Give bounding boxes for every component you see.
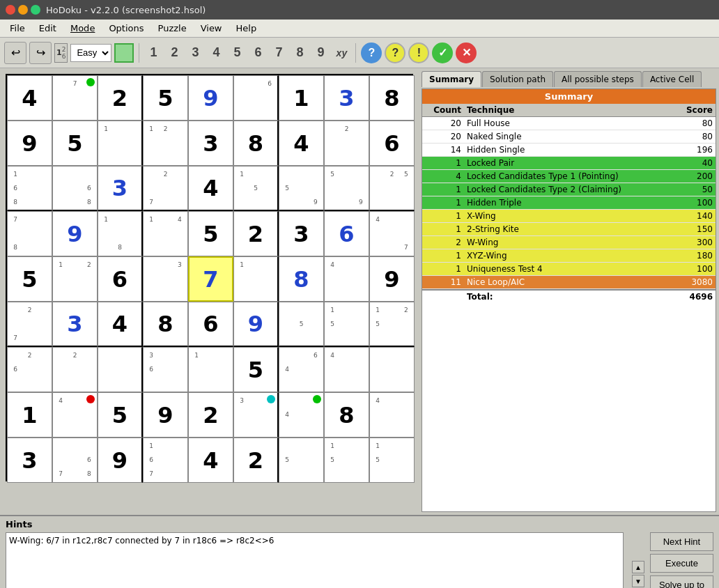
cell-r6c6[interactable]: 64	[279, 347, 324, 392]
undo-button[interactable]: ↩	[4, 42, 26, 64]
digit-1-button[interactable]: 1	[144, 42, 162, 64]
digit-9-button[interactable]: 9	[311, 42, 330, 64]
summary-row-10[interactable]: 1XYZ-Wing180	[422, 249, 716, 263]
cell-r7c8[interactable]: 4	[369, 392, 415, 438]
cell-r7c5[interactable]: 3	[233, 392, 279, 438]
cell-r4c2[interactable]: 6	[98, 256, 143, 302]
cell-r2c6[interactable]: 59	[279, 166, 324, 211]
summary-row-4[interactable]: 4Locked Candidates Type 1 (Pointing)200	[422, 170, 716, 183]
cell-r5c6[interactable]: 5	[279, 302, 324, 347]
cell-r2c4[interactable]: 4	[188, 166, 233, 211]
cell-r2c0[interactable]: 168	[7, 166, 52, 211]
cell-r1c4[interactable]: 3	[188, 121, 233, 166]
solve-up-to-button[interactable]: Solve up to	[650, 575, 713, 588]
exclaim-button[interactable]: !	[408, 42, 429, 63]
cell-r8c5[interactable]: 2	[233, 438, 279, 483]
cell-r7c7[interactable]: 8	[324, 392, 369, 438]
summary-row-11[interactable]: 1Uniqueness Test 4100	[422, 263, 716, 276]
cell-r4c4[interactable]: 7	[188, 256, 233, 302]
digit-6-button[interactable]: 6	[249, 42, 267, 64]
cell-r1c7[interactable]: 2	[324, 121, 369, 166]
close-button[interactable]	[6, 5, 15, 15]
menu-view[interactable]: View	[194, 22, 229, 35]
cell-r5c0[interactable]: 27	[7, 302, 52, 347]
cell-r1c2[interactable]: 1	[98, 121, 143, 166]
cell-r6c3[interactable]: 36	[143, 347, 188, 392]
cell-r7c2[interactable]: 5	[98, 392, 143, 438]
cell-r2c7[interactable]: 59	[324, 166, 369, 211]
cell-r3c0[interactable]: 78	[7, 211, 52, 256]
cell-r3c6[interactable]: 3	[279, 211, 324, 256]
cell-r2c3[interactable]: 27	[143, 166, 188, 211]
summary-row-1[interactable]: 20Naked Single80	[422, 130, 716, 144]
cell-r8c6[interactable]: 5	[279, 438, 324, 483]
tab-solution-path[interactable]: Solution path	[482, 71, 553, 87]
cell-r2c2[interactable]: 3	[98, 166, 143, 211]
cell-r6c8[interactable]	[369, 347, 415, 392]
digit-8-button[interactable]: 8	[291, 42, 309, 64]
menu-help[interactable]: Help	[229, 22, 264, 35]
redo-button[interactable]: ↪	[29, 42, 52, 64]
cell-r1c3[interactable]: 12	[143, 121, 188, 166]
cell-r3c8[interactable]: 47	[369, 211, 415, 256]
cell-r4c0[interactable]: 5	[7, 256, 52, 302]
digit-2-button[interactable]: 2	[165, 42, 183, 64]
help2-button[interactable]: ?	[385, 42, 405, 63]
cell-r7c6[interactable]: 64	[279, 392, 324, 438]
cell-r1c5[interactable]: 8	[233, 121, 279, 166]
summary-row-7[interactable]: 1X-Wing140	[422, 210, 716, 223]
cell-r1c6[interactable]: 4	[279, 121, 324, 166]
cell-r0c2[interactable]: 2	[98, 75, 143, 121]
minimize-button[interactable]	[18, 5, 28, 15]
menu-file[interactable]: File	[3, 22, 32, 35]
cell-r8c1[interactable]: 678	[52, 438, 98, 483]
cell-r5c4[interactable]: 6	[188, 302, 233, 347]
cell-r2c1[interactable]: 68	[52, 166, 98, 211]
menu-edit[interactable]: Edit	[32, 22, 63, 35]
cell-r2c8[interactable]: 25	[369, 166, 415, 211]
difficulty-select[interactable]: Easy	[70, 44, 111, 62]
cell-r7c3[interactable]: 9	[143, 392, 188, 438]
cell-r3c3[interactable]: 14	[143, 211, 188, 256]
cell-r0c7[interactable]: 3	[324, 75, 369, 121]
cell-r3c4[interactable]: 5	[188, 211, 233, 256]
cell-r8c7[interactable]: 15	[324, 438, 369, 483]
cell-r4c5[interactable]: 1	[233, 256, 279, 302]
summary-row-6[interactable]: 1Hidden Triple100	[422, 196, 716, 210]
check-button[interactable]: ✓	[432, 42, 453, 63]
cell-r6c5[interactable]: 5	[233, 347, 279, 392]
menu-options[interactable]: Options	[102, 22, 150, 35]
summary-row-2[interactable]: 14Hidden Single196	[422, 144, 716, 157]
cell-r4c1[interactable]: 12	[52, 256, 98, 302]
cell-r6c2[interactable]	[98, 347, 143, 392]
cell-r5c2[interactable]: 4	[98, 302, 143, 347]
cell-r1c0[interactable]: 9	[7, 121, 52, 166]
cell-r0c8[interactable]: 8	[369, 75, 415, 121]
menu-mode[interactable]: Mode	[63, 22, 102, 35]
cell-r4c6[interactable]: 8	[279, 256, 324, 302]
execute-button[interactable]: Execute	[650, 554, 713, 573]
menu-puzzle[interactable]: Puzzle	[151, 22, 194, 35]
cell-r3c1[interactable]: 9	[52, 211, 98, 256]
cancel-toolbar-button[interactable]: ✕	[456, 42, 477, 63]
cell-r3c7[interactable]: 6	[324, 211, 369, 256]
help1-button[interactable]: ?	[361, 42, 382, 63]
hints-scroll-up[interactable]: ▲	[632, 561, 644, 573]
cell-r7c0[interactable]: 1	[7, 392, 52, 438]
next-hint-button[interactable]: Next Hint	[650, 532, 713, 551]
cell-r7c1[interactable]: 4	[52, 392, 98, 438]
digit-7-button[interactable]: 7	[270, 42, 288, 64]
cell-r4c7[interactable]: 4	[324, 256, 369, 302]
cell-r5c3[interactable]: 8	[143, 302, 188, 347]
tab-active-cell[interactable]: Active Cell	[642, 71, 702, 87]
summary-row-8[interactable]: 12-String Kite150	[422, 223, 716, 236]
cell-r2c5[interactable]: 15	[233, 166, 279, 211]
cell-r8c3[interactable]: 167	[143, 438, 188, 483]
cell-r4c3[interactable]: 3	[143, 256, 188, 302]
cell-r5c1[interactable]: 3	[52, 302, 98, 347]
cell-r0c1[interactable]: 7	[52, 75, 98, 121]
cell-r6c7[interactable]: 4	[324, 347, 369, 392]
cell-r8c8[interactable]: 15	[369, 438, 415, 483]
summary-row-3[interactable]: 1Locked Pair40	[422, 157, 716, 170]
cell-r3c2[interactable]: 18	[98, 211, 143, 256]
